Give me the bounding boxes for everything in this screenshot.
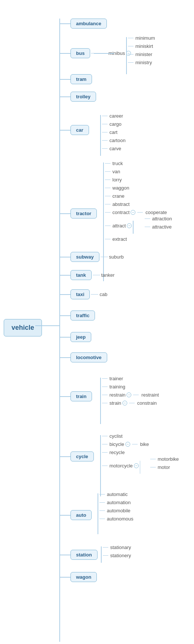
cyclist-text: cyclist	[109, 433, 122, 439]
minimum-text: minimum	[135, 35, 155, 41]
attract-collapse[interactable]: −	[127, 223, 132, 228]
stationery-text: stationery	[110, 553, 131, 558]
stationary-text: stationary	[110, 545, 131, 550]
taxi-row: taxi cab	[70, 289, 107, 299]
lorry-text: lorry	[112, 177, 122, 183]
attraction-text: attraction	[152, 216, 172, 221]
traffic-node[interactable]: traffic	[70, 310, 95, 321]
root-node: vehicle	[4, 319, 42, 336]
cargo-text: cargo	[109, 121, 122, 127]
recycle-text: recycle	[109, 450, 125, 455]
tank-row: tank tanker	[70, 270, 115, 280]
subway-node[interactable]: subway	[70, 252, 99, 262]
subway-row: subway suburb	[70, 252, 124, 262]
car-row: car	[70, 125, 89, 135]
automatic-text: automatic	[107, 492, 128, 497]
auto-row: auto	[70, 510, 92, 520]
tractor-row: tractor	[70, 208, 97, 218]
station-node[interactable]: station	[70, 550, 98, 560]
autonomous-text: autonomous	[107, 516, 134, 522]
automobile-text: automobile	[107, 508, 131, 513]
traffic-row: traffic	[70, 310, 95, 321]
locomotive-node[interactable]: locomotive	[70, 352, 107, 362]
truck-text: truck	[112, 161, 123, 166]
restrain-collapse[interactable]: −	[126, 392, 131, 397]
taxi-node[interactable]: taxi	[70, 289, 90, 299]
bus-node[interactable]: bus	[70, 48, 90, 58]
constrain-text: constrain	[137, 400, 157, 406]
car-node[interactable]: car	[70, 125, 89, 135]
wagon-node[interactable]: wagon	[70, 572, 97, 582]
auto-node[interactable]: auto	[70, 510, 92, 520]
jeep-node[interactable]: jeep	[70, 332, 91, 342]
wagon-row: wagon	[70, 572, 97, 582]
tractor-node[interactable]: tractor	[70, 208, 97, 218]
motorcycle-text: motorcycle	[109, 463, 133, 469]
carve-text: carve	[109, 146, 121, 151]
tanker-text: tanker	[101, 272, 115, 278]
waggon-text: waggon	[112, 185, 129, 191]
extract-text: extract	[112, 236, 127, 242]
contract-collapse[interactable]: −	[131, 210, 135, 215]
training-text: training	[109, 384, 125, 390]
motorcycle-collapse[interactable]: −	[134, 463, 139, 468]
root-label: vehicle	[11, 324, 34, 331]
train-row: train	[70, 391, 92, 401]
cycle-node[interactable]: cycle	[70, 451, 94, 461]
van-text: van	[112, 169, 120, 174]
trainer-text: trainer	[109, 376, 123, 381]
ministry-text: ministry	[135, 60, 152, 65]
train-node[interactable]: train	[70, 391, 92, 401]
bicycle-collapse[interactable]: −	[125, 442, 130, 447]
tank-node[interactable]: tank	[70, 270, 92, 280]
minister-text: minister	[135, 52, 152, 57]
attractive-text: attractive	[152, 224, 172, 230]
crane-text: crane	[112, 193, 125, 199]
jeep-row: jeep	[70, 332, 91, 342]
trolley-node[interactable]: trolley	[70, 92, 96, 102]
automation-text: automation	[107, 500, 131, 505]
cartoon-text: cartoon	[109, 138, 125, 143]
motorbike-text: motorbike	[158, 456, 179, 462]
cart-text: cart	[109, 129, 118, 135]
attract-text: attract	[112, 223, 126, 229]
strain-collapse[interactable]: −	[122, 401, 127, 405]
motor-text: motor	[158, 464, 170, 470]
cooperate-text: cooperate	[145, 210, 167, 215]
tram-node[interactable]: tram	[70, 74, 92, 84]
restraint-text: restraint	[141, 392, 159, 398]
locomotive-row: locomotive	[70, 352, 107, 362]
station-row: station	[70, 550, 98, 560]
contract-text: contract	[112, 210, 129, 215]
miniskirt-text: miniskirt	[135, 43, 153, 49]
ambulance-row: ambulance	[70, 19, 107, 29]
cab-text: cab	[99, 292, 107, 297]
tram-row: tram	[70, 74, 92, 84]
suburb-text: suburb	[109, 254, 124, 260]
bicycle-text: bicycle	[109, 441, 124, 447]
strain-text: strain	[109, 400, 121, 406]
ambulance-node[interactable]: ambulance	[70, 19, 107, 29]
career-text: career	[109, 113, 123, 119]
cycle-row: cycle	[70, 451, 94, 461]
abstract-text: abstract	[112, 201, 129, 207]
restrain-text: restrain	[109, 392, 125, 398]
trolley-row: trolley	[70, 92, 96, 102]
bike-text: bike	[140, 441, 149, 447]
